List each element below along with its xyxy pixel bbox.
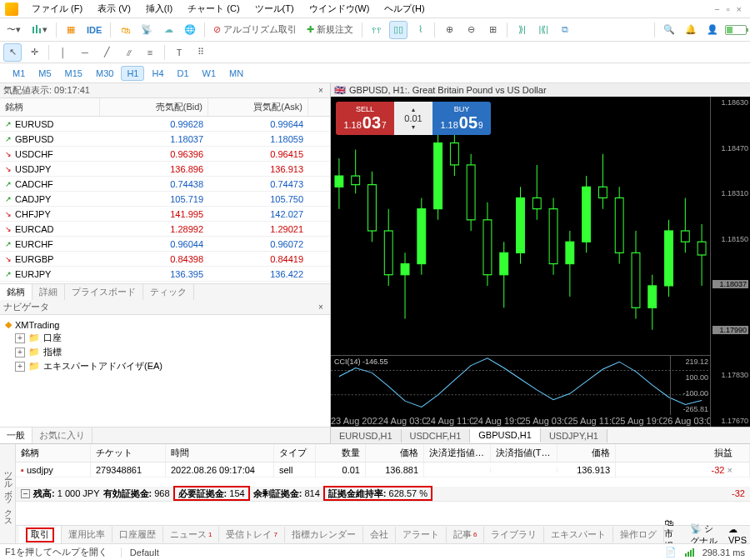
menu-chart[interactable]: チャート (C) — [181, 1, 246, 17]
search-icon[interactable]: 🔍 — [660, 21, 678, 39]
col-bid[interactable]: 売気配(Bid) — [100, 98, 208, 116]
vertical-line-icon[interactable]: │ — [54, 43, 72, 62]
mw-tab-tick[interactable]: ティック — [143, 284, 194, 300]
ide-button[interactable]: IDE — [83, 21, 105, 39]
chart-tab[interactable]: GBPUSD,H1 — [470, 428, 541, 442]
account-icon[interactable]: 👤 — [703, 21, 722, 39]
expand-icon[interactable]: + — [15, 362, 25, 372]
chart-area[interactable]: SELL 1.18037 ▴ 0.01 ▾ BUY 1.18059 1.1863… — [331, 97, 750, 427]
horizontal-line-icon[interactable]: ─ — [76, 43, 94, 62]
signals-icon[interactable]: 📡 — [138, 21, 156, 39]
text-icon[interactable]: T — [170, 43, 188, 62]
vps-link[interactable]: ☁ VPS — [728, 524, 747, 545]
trade-table-body[interactable]: ▪ usdjpy 2793488612022.08.26 09:17:04sel… — [16, 462, 750, 487]
shift-chart-icon[interactable]: ⟫| — [512, 21, 531, 39]
marketwatch-row[interactable]: ↘EURCAD 1.289921.29021 — [0, 222, 330, 237]
marketwatch-row[interactable]: ↗CADJPY 105.719105.750 — [0, 192, 330, 207]
channel-icon[interactable]: ⫽ — [119, 43, 138, 62]
marketwatch-row[interactable]: ↗EURUSD 0.996280.99644 — [0, 117, 330, 132]
col-trade-pl[interactable]: 損益 — [616, 444, 750, 462]
chart-tab[interactable]: EURUSD,H1 — [331, 429, 402, 442]
timeframe-h4[interactable]: H4 — [146, 66, 169, 81]
col-trade-time[interactable]: 時間 — [166, 444, 274, 462]
col-trade-symbol[interactable]: 銘柄 — [16, 444, 91, 462]
toolbox-tab[interactable]: 記事6 — [447, 527, 484, 542]
toolbox-tab[interactable]: 操作ログ — [613, 527, 664, 542]
screenshot-icon[interactable]: ⧉ — [556, 21, 574, 39]
marketwatch-row[interactable]: ↗CADCHF 0.744380.74473 — [0, 177, 330, 192]
navigator-close-icon[interactable]: × — [315, 302, 327, 313]
fibonacci-icon[interactable]: ≡ — [141, 43, 159, 62]
candle-chart-type-icon[interactable]: ▯▯ — [389, 21, 408, 39]
cursor-icon[interactable]: ↖ — [3, 43, 22, 62]
marketwatch-close-icon[interactable]: × — [315, 85, 327, 97]
col-trade-tp[interactable]: 決済指値(T/P) — [491, 444, 558, 462]
timeframe-mn[interactable]: MN — [223, 66, 249, 81]
menu-window[interactable]: ウインドウ(W) — [302, 1, 377, 17]
toolbox-tab[interactable]: 指標カレンダー — [285, 527, 363, 542]
trade-row[interactable]: ▪ usdjpy 2793488612022.08.26 09:17:04sel… — [16, 462, 750, 478]
col-trade-price2[interactable]: 価格 — [558, 444, 616, 462]
toolbox-tab[interactable]: 運用比率 — [62, 527, 112, 542]
crosshair-icon[interactable]: ✛ — [25, 43, 43, 62]
summary-toggle-icon[interactable]: – — [21, 489, 30, 498]
toolbox-tab[interactable]: 口座履歴 — [112, 527, 163, 542]
candle-chart-icon[interactable]: ▾ — [28, 21, 51, 39]
chart-tab[interactable]: USDCHF,H1 — [402, 429, 471, 442]
vps-icon[interactable]: ☁ — [159, 21, 178, 39]
expand-icon[interactable]: + — [15, 333, 25, 343]
close-position-icon[interactable]: × — [728, 465, 732, 475]
window-restore-icon[interactable]: ▫ — [727, 4, 730, 14]
line-chart-type-icon[interactable]: ⌇ — [411, 21, 429, 39]
timeframe-d1[interactable]: D1 — [172, 66, 195, 81]
marketwatch-row[interactable]: ↘EURGBP 0.843980.84419 — [0, 252, 330, 267]
mw-tab-details[interactable]: 詳細 — [32, 284, 65, 300]
one-click-sell-button[interactable]: SELL 1.18037 — [336, 102, 394, 135]
toolbox-tab[interactable]: ライブラリ — [484, 527, 544, 542]
algo-trading-button[interactable]: ⊘アルゴリズム取引 — [210, 21, 300, 39]
menu-tools[interactable]: ツール(T) — [248, 1, 301, 17]
mw-tab-priceboard[interactable]: プライスボード — [65, 284, 143, 300]
toolbox-tab[interactable]: 受信トレイ7 — [219, 527, 284, 542]
menu-view[interactable]: 表示 (V) — [91, 1, 138, 17]
status-profile[interactable]: Default — [121, 548, 159, 558]
trend-line-icon[interactable]: ╱ — [98, 43, 116, 62]
mql5-icon[interactable]: 🌐 — [181, 21, 199, 39]
notifications-icon[interactable]: 🔔 — [682, 21, 700, 39]
add-indicator-icon[interactable]: ▦ — [62, 21, 80, 39]
toolbox-tab[interactable]: 会社 — [363, 527, 396, 542]
market-icon[interactable]: 🛍 — [116, 21, 134, 39]
nav-tab-common[interactable]: 一般 — [0, 428, 32, 443]
mw-tab-symbols[interactable]: 銘柄 — [0, 284, 32, 300]
menu-file[interactable]: ファイル (F) — [25, 1, 89, 17]
marketwatch-row[interactable]: ↗EURCHF 0.960440.96072 — [0, 237, 330, 252]
timeframe-m1[interactable]: M1 — [7, 66, 31, 81]
auto-scroll-icon[interactable]: |⟪| — [534, 21, 552, 39]
new-order-button[interactable]: ✚新規注文 — [303, 21, 357, 39]
expand-icon[interactable]: + — [15, 348, 25, 358]
toolbox-tab[interactable]: ニュース1 — [163, 527, 219, 542]
col-trade-type[interactable]: タイプ — [274, 444, 316, 462]
tile-windows-icon[interactable]: ⊞ — [483, 21, 502, 39]
toolbox-tab[interactable]: アラート — [396, 527, 447, 542]
window-close-icon[interactable]: × — [737, 4, 742, 14]
toolbox-tab[interactable]: エキスパート — [544, 527, 613, 542]
col-symbol[interactable]: 銘柄 — [0, 98, 100, 116]
marketwatch-body[interactable]: ↗EURUSD 0.996280.99644↗GBPUSD 1.180371.1… — [0, 117, 330, 283]
menu-insert[interactable]: 挿入(I) — [139, 1, 179, 17]
col-trade-ticket[interactable]: チケット — [91, 444, 166, 462]
menu-help[interactable]: ヘルプ(H) — [378, 1, 431, 17]
bar-chart-type-icon[interactable]: ⫯⫯ — [368, 21, 386, 39]
window-minimize-icon[interactable]: − — [714, 4, 719, 14]
timeframe-m30[interactable]: M30 — [90, 66, 119, 81]
marketwatch-row[interactable]: ↘CHFJPY 141.995142.027 — [0, 207, 330, 222]
marketwatch-row[interactable]: ↘USDJPY 136.896136.913 — [0, 162, 330, 177]
timeframe-m15[interactable]: M15 — [59, 66, 88, 81]
col-ask[interactable]: 買気配(Ask) — [208, 98, 308, 116]
col-trade-sl[interactable]: 決済逆指値(... — [424, 444, 491, 462]
toolbox-tab[interactable]: 取引 — [19, 526, 62, 544]
nav-tab-favorites[interactable]: お気に入り — [32, 428, 92, 443]
marketwatch-row[interactable]: ↘USDCHF 0.963960.96415 — [0, 147, 330, 162]
col-trade-price[interactable]: 価格 — [366, 444, 424, 462]
zoom-in-icon[interactable]: ⊕ — [440, 21, 458, 39]
